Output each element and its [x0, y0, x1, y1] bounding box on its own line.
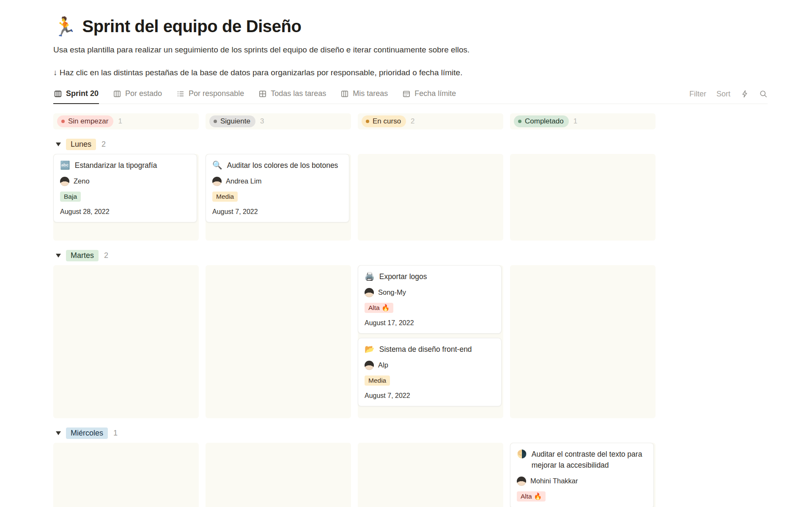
- folder-icon: 📂: [365, 344, 375, 355]
- avatar: [60, 177, 69, 186]
- board-icon: [54, 90, 62, 98]
- group-header-miercoles[interactable]: Miércoles 1: [53, 428, 768, 439]
- notion-page: 🏃 Sprint del equipo de Diseño Usa esta p…: [0, 0, 812, 507]
- kanban-board: Sin empezar 1 Siguiente 3 En curso 2: [53, 113, 768, 507]
- tab-label: Fecha límite: [414, 89, 456, 98]
- list-icon: [176, 90, 185, 98]
- status-pill[interactable]: En curso: [362, 115, 406, 127]
- calendar-icon: [402, 90, 411, 98]
- group-row-lunes: 🔤 Estandarizar la tipografía Zeno Baja A…: [53, 154, 768, 241]
- tab-sprint-20[interactable]: Sprint 20: [53, 89, 99, 104]
- group-row-martes: 🖨️ Exportar logos Song-My Alta 🔥 August …: [53, 265, 768, 418]
- due-date: August 17, 2022: [365, 319, 495, 327]
- table-icon: [258, 90, 267, 98]
- view-tabbar: Sprint 20 Por estado Por responsable Tod…: [53, 89, 768, 104]
- priority-tag: Alta 🔥: [517, 491, 546, 502]
- assignee-name: Alp: [378, 361, 388, 369]
- runner-emoji: 🏃: [53, 17, 77, 36]
- due-date: August 7, 2022: [365, 392, 495, 400]
- page-title: 🏃 Sprint del equipo de Diseño: [53, 17, 768, 36]
- view-controls: Filter Sort: [689, 90, 768, 104]
- status-label: Completado: [525, 117, 564, 126]
- group-count: 1: [113, 429, 118, 438]
- column-header-en-curso: En curso 2: [358, 113, 503, 129]
- group-count: 2: [104, 251, 108, 260]
- avatar: [517, 477, 526, 486]
- typography-icon: 🔤: [60, 160, 70, 171]
- assignee-name: Song-My: [378, 288, 406, 296]
- card-title: Sistema de diseño front-end: [379, 344, 472, 355]
- group-pill: Lunes: [66, 139, 96, 150]
- status-label: Sin empezar: [68, 117, 108, 126]
- search-icon[interactable]: [759, 90, 768, 98]
- group-header-martes[interactable]: Martes 2: [53, 250, 768, 261]
- magnifier-icon: 🔍: [212, 160, 222, 171]
- toggle-triangle-icon: [56, 431, 61, 435]
- status-pill[interactable]: Sin empezar: [57, 115, 113, 127]
- task-card[interactable]: 🖨️ Exportar logos Song-My Alta 🔥 August …: [358, 265, 502, 334]
- status-pill[interactable]: Siguiente: [209, 115, 255, 127]
- tab-label: Mis tareas: [353, 89, 388, 98]
- task-card[interactable]: 📂 Sistema de diseño front-end Alp Media …: [358, 338, 502, 406]
- tab-todas-las-tareas[interactable]: Todas las tareas: [258, 89, 326, 104]
- task-card[interactable]: 🔤 Estandarizar la tipografía Zeno Baja A…: [53, 154, 197, 222]
- column-header-completado: Completado 1: [510, 113, 656, 129]
- group-pill: Miércoles: [66, 428, 108, 439]
- group-header-lunes[interactable]: Lunes 2: [53, 139, 768, 150]
- column-header-sin-empezar: Sin empezar 1: [53, 113, 199, 129]
- board-cell: 🔤 Estandarizar la tipografía Zeno Baja A…: [53, 154, 199, 241]
- tab-label: Por estado: [125, 89, 162, 98]
- printer-icon: 🖨️: [365, 271, 375, 282]
- card-title: Exportar logos: [379, 271, 427, 282]
- half-moon-icon: 🌗: [517, 449, 527, 471]
- card-title: Auditar los colores de los botones: [227, 160, 338, 171]
- column-count: 1: [118, 117, 122, 126]
- tab-label: Sprint 20: [66, 89, 99, 98]
- due-date: August 7, 2022: [212, 208, 343, 216]
- status-dot: [61, 120, 65, 123]
- page-description: Usa esta plantilla para realizar un segu…: [53, 44, 561, 55]
- task-card[interactable]: 🌗 Auditar el contraste del texto para me…: [510, 443, 654, 507]
- column-count: 2: [411, 117, 414, 126]
- board-cell-empty: [206, 443, 351, 507]
- avatar: [365, 288, 374, 297]
- board-icon: [340, 90, 349, 98]
- column-header-siguiente: Siguiente 3: [206, 113, 351, 129]
- tab-por-responsable[interactable]: Por responsable: [176, 89, 244, 104]
- tab-label: Todas las tareas: [271, 89, 326, 98]
- tab-por-estado[interactable]: Por estado: [112, 89, 162, 104]
- column-count: 3: [260, 117, 264, 126]
- board-cell-empty: [206, 265, 351, 418]
- card-title: Estandarizar la tipografía: [75, 160, 157, 171]
- board-cell-empty: [510, 265, 656, 418]
- board-cell-empty: [53, 265, 199, 418]
- toggle-triangle-icon: [56, 254, 61, 258]
- sort-button[interactable]: Sort: [716, 90, 730, 99]
- board-cell: 🌗 Auditar el contraste del texto para me…: [510, 443, 656, 507]
- board-cell-empty: [358, 154, 503, 241]
- status-dot: [518, 120, 521, 123]
- lightning-icon[interactable]: [741, 90, 749, 98]
- status-label: En curso: [373, 117, 401, 126]
- tab-mis-tareas[interactable]: Mis tareas: [340, 89, 388, 104]
- board-cell-empty: [510, 154, 656, 241]
- group-pill: Martes: [66, 250, 99, 261]
- avatar: [365, 361, 374, 370]
- priority-tag: Alta 🔥: [365, 303, 393, 313]
- board-icon: [113, 90, 121, 98]
- board-cell-empty: [358, 443, 503, 507]
- tab-fecha-limite[interactable]: Fecha límite: [402, 89, 456, 104]
- view-tabs: Sprint 20 Por estado Por responsable Tod…: [53, 89, 456, 104]
- task-card[interactable]: 🔍 Auditar los colores de los botones And…: [206, 154, 349, 222]
- avatar: [212, 177, 222, 186]
- status-header-row: Sin empezar 1 Siguiente 3 En curso 2: [53, 113, 768, 129]
- assignee-name: Andrea Lim: [226, 177, 261, 185]
- status-pill[interactable]: Completado: [514, 115, 569, 127]
- status-dot: [214, 120, 217, 123]
- filter-button[interactable]: Filter: [689, 90, 706, 99]
- group-row-miercoles: 🌗 Auditar el contraste del texto para me…: [53, 443, 768, 507]
- page-title-text: Sprint del equipo de Diseño: [82, 17, 302, 36]
- page-hint: ↓ Haz clic en las distintas pestañas de …: [53, 67, 561, 78]
- board-cell-empty: [53, 443, 199, 507]
- column-count: 1: [573, 117, 577, 126]
